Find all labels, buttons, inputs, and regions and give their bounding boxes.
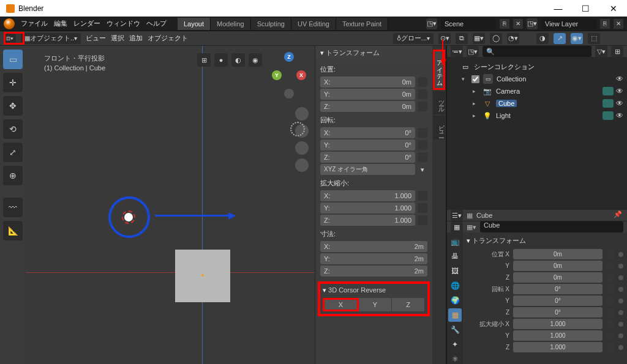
menu-help[interactable]: ヘルプ	[146, 19, 167, 28]
persp-ortho-icon[interactable]	[295, 158, 309, 172]
close-button[interactable]: ✕	[599, 0, 627, 17]
lock-icon[interactable]	[418, 152, 427, 162]
cursor-rev-x-button[interactable]: X	[323, 298, 359, 311]
lock-icon[interactable]	[418, 203, 427, 213]
lock-icon[interactable]	[418, 89, 427, 99]
loc-z-field[interactable]: Z:0m	[320, 101, 415, 112]
snap-target-icon[interactable]: ▦▾	[473, 33, 485, 44]
dim-x-field[interactable]: X:2m	[320, 241, 427, 252]
3d-viewport[interactable]: フロント・平行投影 (1) Collection | Cube ⊞ ● ◐ ◉ …	[26, 46, 315, 364]
gizmo-toggle-icon[interactable]: ↗	[554, 33, 566, 44]
tool-select[interactable]: ▭	[3, 50, 23, 69]
camera-view-icon[interactable]	[295, 141, 309, 155]
editor-type-icon[interactable]: ⧈▾	[4, 33, 16, 44]
lock-icon[interactable]	[606, 297, 615, 305]
shading-render-icon[interactable]: ◉	[249, 53, 262, 67]
shading-solid-icon[interactable]: ●	[214, 53, 228, 67]
lock-icon[interactable]	[418, 140, 427, 150]
outliner-editor-icon[interactable]: ≔▾	[451, 46, 463, 57]
lock-icon[interactable]	[418, 128, 427, 138]
lock-icon[interactable]	[418, 77, 427, 87]
viewlayer-name-input[interactable]	[541, 18, 596, 29]
outliner-scene-collection[interactable]: シーンコレクション	[474, 62, 535, 72]
layer-new-icon[interactable]: ⎘	[600, 19, 610, 29]
object-name-input[interactable]: Cube	[480, 221, 623, 232]
minimize-button[interactable]: —	[544, 0, 572, 17]
lock-icon[interactable]	[418, 102, 427, 111]
dim-y-field[interactable]: Y:2m	[320, 253, 427, 264]
vtab-view[interactable]: ビュー	[433, 116, 445, 139]
lock-icon[interactable]	[606, 250, 615, 259]
ptab-modifiers[interactable]: 🔧	[448, 323, 462, 336]
lock-icon[interactable]	[418, 191, 427, 201]
prop-scl-y[interactable]: 1.000	[513, 330, 603, 341]
prop-scl-z[interactable]: 1.000	[513, 342, 603, 352]
layer-delete-icon[interactable]: ✕	[614, 19, 623, 29]
eye-icon[interactable]: 👁	[616, 87, 623, 95]
gizmo-z[interactable]: Z	[284, 52, 294, 62]
rot-y-field[interactable]: Y:0°	[320, 139, 415, 150]
collection-checkbox[interactable]	[471, 75, 479, 83]
scene-new-icon[interactable]: ⎘	[500, 19, 509, 29]
maximize-button[interactable]: ☐	[572, 0, 599, 17]
layer-browse-icon[interactable]: ◳▾	[527, 18, 538, 29]
nav-gizmo[interactable]: Z Y X	[271, 52, 307, 89]
lock-icon[interactable]	[418, 215, 427, 225]
overlays-icon[interactable]: ◉▾	[571, 33, 583, 44]
outliner-cube[interactable]: Cube	[496, 100, 517, 107]
lock-icon[interactable]	[606, 332, 615, 340]
props-transform-header[interactable]: ▾ トランスフォーム	[467, 236, 623, 245]
tool-cursor[interactable]: ✛	[3, 73, 23, 92]
scl-y-field[interactable]: Y:1.000	[320, 202, 415, 214]
outliner-collection[interactable]: Collection	[497, 75, 526, 83]
eye-icon[interactable]: 👁	[616, 111, 623, 120]
scene-browse-icon[interactable]: ◳▾	[426, 18, 437, 29]
panel-cursor-reverse-header[interactable]: ▾ 3D Corsor Reverse	[323, 286, 425, 294]
rotation-mode-dropdown[interactable]: XYZ オイラー角	[320, 164, 415, 175]
tab-uv[interactable]: UV Editing	[291, 18, 336, 30]
lock-icon[interactable]	[606, 285, 615, 294]
prop-rot-x[interactable]: 0°	[513, 284, 603, 294]
keyframe-dot-icon[interactable]	[618, 299, 623, 303]
keyframe-dot-icon[interactable]	[618, 264, 623, 269]
blender-icon[interactable]	[4, 18, 15, 29]
tab-texture[interactable]: Texture Paint	[336, 18, 388, 30]
outliner-light[interactable]: Light	[496, 112, 511, 119]
lock-icon[interactable]	[606, 262, 615, 270]
ptab-world[interactable]: 🌍	[448, 294, 462, 307]
ptab-viewlayer[interactable]: 🖼	[448, 264, 462, 278]
props-breadcrumb[interactable]: Cube	[476, 212, 492, 219]
prop-rot-z[interactable]: 0°	[513, 307, 603, 318]
tool-rotate[interactable]: ⟲	[3, 119, 23, 139]
keyframe-dot-icon[interactable]	[618, 275, 623, 280]
prop-scl-x[interactable]: 1.000	[513, 319, 603, 329]
scene-name-input[interactable]	[441, 18, 496, 29]
vtab-tool[interactable]: ツール	[433, 91, 445, 114]
gizmo-z-neg[interactable]	[284, 89, 294, 98]
vtab-item[interactable]: アイテム	[433, 50, 445, 90]
tab-layout[interactable]: Layout	[178, 18, 211, 30]
tool-move[interactable]: ✥	[3, 96, 23, 116]
outliner-filter-icon[interactable]: ▽▾	[595, 46, 607, 57]
scl-x-field[interactable]: X:1.000	[320, 190, 415, 201]
ptab-physics[interactable]: ⚛	[448, 352, 462, 364]
hdr-add[interactable]: 追加	[129, 34, 143, 43]
tab-sculpting[interactable]: Sculpting	[251, 18, 291, 30]
shading-wire-icon[interactable]: ⊞	[197, 53, 211, 67]
menu-window[interactable]: ウィンドウ	[107, 19, 140, 28]
keyframe-dot-icon[interactable]	[618, 345, 623, 350]
ptab-output[interactable]: 🖶	[448, 250, 462, 263]
orientation-dropdown[interactable]: ♁ グロー... ▾	[393, 33, 434, 44]
loc-y-field[interactable]: Y:0m	[320, 89, 415, 100]
proportional-icon[interactable]: ◯	[490, 33, 502, 44]
gizmo-y[interactable]: Y	[272, 70, 282, 80]
eye-icon[interactable]: 👁	[616, 75, 623, 83]
prop-loc-z[interactable]: 0m	[513, 272, 603, 283]
tool-measure[interactable]: 📐	[3, 221, 23, 240]
camera-data-icon[interactable]	[603, 87, 614, 95]
keyframe-dot-icon[interactable]	[618, 333, 623, 338]
overlay-toggle-icon[interactable]: ◑	[536, 33, 549, 44]
menu-render[interactable]: レンダー	[73, 19, 100, 28]
menu-file[interactable]: ファイル	[21, 19, 48, 28]
rot-x-field[interactable]: X:0°	[320, 127, 415, 138]
